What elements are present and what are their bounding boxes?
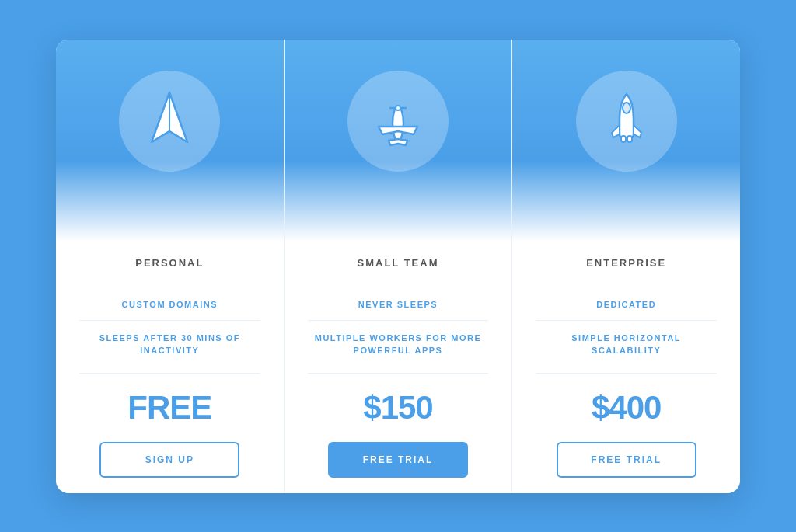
feature-primary-personal: CUSTOM DOMAINS: [122, 300, 218, 309]
feature-secondary-enterprise: SIMPLE HORIZONTAL SCALABILITY: [536, 332, 717, 357]
divider-1-personal: [79, 320, 260, 321]
svg-point-6: [396, 106, 400, 110]
feature-secondary-personal: SLEEPS AFTER 30 MINS OF INACTIVITY: [79, 332, 260, 357]
icon-circle-personal: [119, 71, 220, 172]
price-enterprise: $400: [592, 389, 661, 426]
svg-point-7: [623, 103, 630, 113]
cta-button-personal[interactable]: SIGN UP: [100, 442, 239, 478]
icon-circle-enterprise: [576, 71, 677, 172]
feature-secondary-small-team: MULTIPLE WORKERS FOR MORE POWERFUL APPS: [308, 332, 489, 357]
svg-rect-8: [621, 136, 626, 142]
icon-circle-small-team: [347, 71, 449, 172]
plan-card-small-team: SMALL TEAM NEVER SLEEPS MULTIPLE WORKERS…: [285, 40, 513, 493]
feature-primary-enterprise: DEDICATED: [596, 300, 656, 309]
plan-card-personal: PERSONAL CUSTOM DOMAINS SLEEPS AFTER 30 …: [56, 40, 285, 493]
divider-2-small-team: [308, 373, 489, 374]
cta-button-enterprise[interactable]: FREE TRIAL: [557, 442, 696, 478]
divider-1-small-team: [308, 320, 489, 321]
plan-name-small-team: SMALL TEAM: [285, 257, 512, 284]
cta-button-small-team[interactable]: FREE TRIAL: [328, 442, 468, 478]
plan-name-personal: PERSONAL: [56, 257, 284, 284]
price-personal: FREE: [127, 389, 211, 426]
feature-primary-small-team: NEVER SLEEPS: [358, 300, 438, 309]
icon-section-small-team: [285, 40, 512, 242]
rocket-icon: [592, 86, 662, 156]
plan-details-personal: CUSTOM DOMAINS SLEEPS AFTER 30 MINS OF I…: [56, 284, 284, 493]
plan-card-enterprise: ENTERPRISE DEDICATED SIMPLE HORIZONTAL S…: [512, 40, 740, 493]
divider-2-enterprise: [536, 373, 717, 374]
plan-details-enterprise: DEDICATED SIMPLE HORIZONTAL SCALABILITY …: [512, 284, 740, 493]
paper-plane-icon: [134, 86, 204, 156]
icon-section-personal: [56, 40, 284, 242]
plan-details-small-team: NEVER SLEEPS MULTIPLE WORKERS FOR MORE P…: [285, 284, 512, 493]
divider-1-enterprise: [536, 320, 717, 321]
plan-name-enterprise: ENTERPRISE: [512, 257, 740, 284]
airplane-icon: [363, 86, 433, 156]
icon-section-enterprise: [512, 40, 740, 242]
svg-point-4: [393, 106, 403, 141]
pricing-card-container: PERSONAL CUSTOM DOMAINS SLEEPS AFTER 30 …: [56, 40, 740, 493]
svg-rect-9: [627, 136, 632, 142]
price-small-team: $150: [363, 389, 432, 426]
divider-2-personal: [79, 373, 260, 374]
